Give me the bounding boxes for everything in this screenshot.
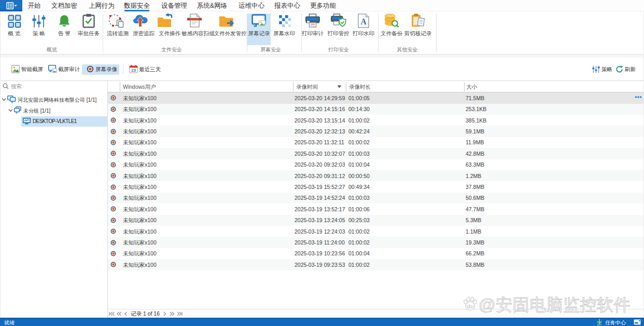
svg-text:A: A: [360, 17, 367, 26]
svg-text:du: du: [467, 303, 474, 309]
svg-text:23: 23: [131, 68, 136, 73]
